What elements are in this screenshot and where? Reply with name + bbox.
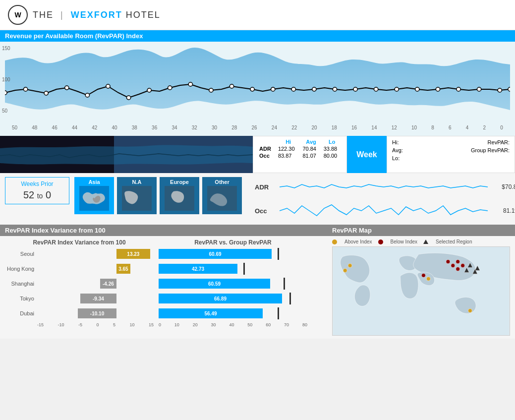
adr-chart (280, 177, 488, 197)
map-legend: Above Index Below Index Selected Region (332, 239, 510, 244)
table-row: 42.73 (159, 263, 307, 275)
header-title: THE | WEXFORT HOTEL (33, 10, 161, 20)
svg-point-13 (271, 87, 275, 91)
breakdown-charts: RevPAR Index Variance from 100 Seoul 13.… (5, 239, 322, 327)
svg-point-35 (456, 267, 460, 271)
week-box: Week (347, 136, 387, 173)
svg-point-21 (436, 87, 440, 91)
svg-point-24 (498, 88, 502, 92)
region-row: Weeks Prior 52 to 0 Asia N.A (0, 173, 515, 225)
breakdown-section: RevPAR Index Variance from 100 Seoul 13.… (0, 236, 327, 339)
svg-point-25 (508, 87, 510, 91)
svg-point-27 (348, 264, 352, 268)
region-btn-asia[interactable]: Asia (74, 177, 114, 214)
svg-point-36 (421, 273, 425, 277)
svg-point-11 (229, 84, 233, 88)
x-axis-right: 01020304050607080 (159, 322, 307, 327)
adr-row: ADR $70.84 (255, 177, 515, 197)
stats-box: Hi Avg Lo ADR 122.30 70.84 33.88 Occ 83.… (253, 136, 347, 173)
revpar-section-bar: Revenue per Available Room (RevPAR) Inde… (0, 30, 515, 42)
svg-point-15 (312, 87, 316, 91)
table-row: Tokyo -9.34 (5, 293, 154, 304)
svg-point-17 (353, 87, 357, 91)
mini-chart (0, 136, 253, 173)
svg-point-34 (446, 260, 450, 264)
svg-point-8 (168, 86, 172, 90)
breakdown-bar: RevPAR Index Variance from 100 (0, 225, 327, 236)
svg-point-12 (250, 87, 254, 91)
svg-point-4 (85, 93, 89, 97)
svg-point-22 (457, 87, 460, 91)
svg-point-20 (415, 87, 419, 91)
table-row: Shanghai -4.26 (5, 278, 154, 290)
x-axis-labels: 5048464442403836343230282624222018161412… (5, 125, 510, 130)
table-row: 60.59 (159, 278, 307, 290)
svg-point-32 (461, 264, 465, 268)
weeks-prior-box: Weeks Prior 52 to 0 (5, 177, 69, 204)
bottom-section-bars: RevPAR Index Variance from 100 RevPAR Ma… (0, 225, 515, 236)
occ-chart (280, 201, 488, 221)
table-row: Dubai -10.10 (5, 307, 154, 319)
bottom-content: RevPAR Index Variance from 100 Seoul 13.… (0, 236, 515, 339)
revpar-chart-svg (5, 46, 510, 125)
occ-row: Occ 81.1% (255, 201, 515, 221)
table-row: Seoul 13.23 (5, 248, 154, 260)
region-btn-other[interactable]: Other (202, 177, 242, 214)
revpar-chart-section: 150 100 50 (0, 42, 515, 225)
svg-point-9 (188, 82, 192, 86)
header: W THE | WEXFORT HOTEL (0, 0, 515, 30)
region-buttons: Asia N.A Europe (74, 177, 242, 214)
svg-point-1 (23, 87, 27, 91)
svg-point-23 (477, 87, 481, 91)
logo-text: W (14, 11, 21, 19)
svg-point-7 (147, 88, 151, 92)
svg-point-10 (209, 88, 213, 92)
region-btn-na[interactable]: N.A (117, 177, 157, 214)
svg-point-28 (343, 269, 347, 273)
revpar-chart-area: 150 100 50 (0, 42, 515, 136)
above-index-dot (332, 240, 337, 244)
revpar-group-chart: RevPAR vs. Group RevPAR 60.69 42.73 (159, 239, 307, 327)
svg-point-6 (126, 96, 130, 100)
svg-point-18 (374, 87, 378, 91)
table-row: Hong Kong 3.65 (5, 263, 154, 275)
selected-region-triangle (423, 240, 428, 244)
svg-point-29 (468, 309, 472, 313)
revpar-map-bar: RevPAR Map (327, 225, 515, 236)
x-axis-left: -15-10-5051015 (5, 322, 154, 327)
svg-point-5 (106, 84, 110, 88)
svg-point-16 (333, 87, 337, 91)
svg-point-3 (65, 86, 69, 90)
table-row: 60.69 (159, 248, 307, 260)
svg-point-19 (395, 87, 399, 91)
below-index-dot (378, 240, 383, 244)
controls-row: Hi Avg Lo ADR 122.30 70.84 33.88 Occ 83.… (0, 136, 515, 173)
logo: W (8, 5, 28, 25)
adr-occ-section: ADR $70.84 Occ 81.1% (250, 177, 515, 221)
svg-point-2 (44, 91, 48, 95)
variance-chart: RevPAR Index Variance from 100 Seoul 13.… (5, 239, 154, 327)
revpar-map-section: Above Index Below Index Selected Region (327, 236, 515, 339)
table-row: 56.49 (159, 307, 307, 319)
week-info: Hi: RevPAR: Avg: Group RevPAR: Lo: (387, 136, 515, 173)
svg-point-33 (451, 264, 455, 268)
world-map (332, 246, 510, 336)
region-btn-europe[interactable]: Europe (160, 177, 199, 214)
svg-point-14 (291, 87, 295, 91)
table-row: 66.89 (159, 293, 307, 304)
svg-point-31 (456, 260, 460, 264)
svg-point-30 (426, 277, 430, 281)
